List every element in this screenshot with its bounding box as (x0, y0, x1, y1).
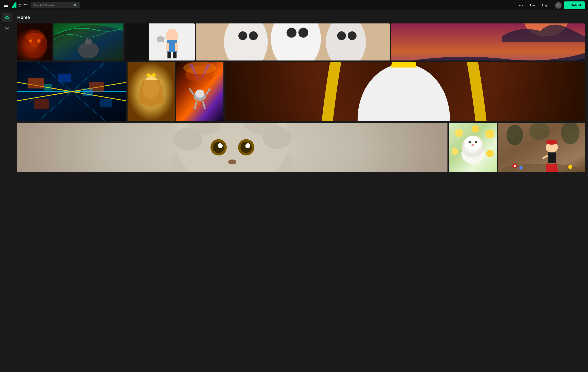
svg-point-93 (469, 141, 471, 143)
sidebar (0, 11, 14, 372)
svg-rect-44 (34, 99, 49, 109)
sidebar-item-watch[interactable] (2, 24, 11, 33)
avatar[interactable] (555, 2, 562, 9)
svg-point-23 (271, 23, 321, 61)
svg-rect-19 (173, 52, 177, 58)
avatar-icon (556, 3, 560, 7)
svg-point-30 (348, 31, 357, 40)
search-input[interactable] (33, 4, 72, 7)
svg-rect-17 (175, 43, 178, 51)
svg-point-7 (29, 39, 32, 43)
art-item-wolf[interactable] (53, 23, 124, 61)
gallery-row-3 (17, 123, 585, 172)
more-options-icon[interactable] (517, 4, 525, 7)
svg-point-108 (514, 165, 516, 167)
art-item-white-lion[interactable] (449, 123, 497, 172)
svg-point-82 (455, 129, 463, 137)
top-header: DEVIANT ART 🔍 Join Log In + Submit (0, 0, 588, 11)
gallery (17, 23, 585, 172)
svg-rect-16 (166, 43, 169, 51)
art-item-circuit[interactable] (17, 62, 126, 121)
deviantart-logo-icon (11, 2, 17, 8)
svg-point-79 (245, 143, 250, 148)
art-item-lion-girl[interactable] (127, 62, 175, 121)
svg-point-110 (519, 166, 523, 170)
svg-point-95 (471, 144, 474, 146)
svg-point-86 (486, 150, 494, 157)
svg-rect-18 (168, 52, 171, 58)
svg-point-27 (287, 28, 297, 38)
svg-point-97 (506, 125, 523, 145)
svg-point-80 (228, 159, 236, 164)
svg-point-24 (326, 23, 366, 61)
svg-point-25 (239, 31, 247, 40)
art-item-owls[interactable] (196, 23, 390, 61)
search-icon: 🔍 (74, 4, 77, 7)
svg-point-83 (472, 125, 479, 132)
gallery-row-2 (17, 62, 585, 121)
svg-rect-46 (83, 88, 94, 96)
svg-point-73 (262, 126, 292, 149)
svg-point-4 (5, 27, 6, 28)
svg-point-28 (298, 28, 308, 38)
logo-deviant-text: DEVIANT (19, 3, 28, 5)
svg-point-52 (183, 62, 216, 74)
sidebar-item-home[interactable] (2, 13, 11, 22)
hamburger-menu-icon[interactable] (3, 3, 9, 8)
svg-point-98 (561, 123, 579, 144)
logo[interactable]: DEVIANT ART (11, 2, 28, 8)
svg-point-84 (485, 129, 494, 138)
art-item-unicorn[interactable] (225, 62, 585, 121)
svg-point-109 (568, 165, 572, 169)
svg-point-29 (337, 31, 346, 40)
svg-rect-103 (548, 152, 556, 163)
art-item-coast[interactable] (391, 23, 585, 61)
svg-point-8 (37, 39, 41, 43)
page-title: Home (17, 15, 585, 20)
watch-icon (5, 26, 9, 31)
home-icon (5, 15, 9, 20)
svg-rect-12 (125, 23, 149, 61)
art-item-alice[interactable] (125, 23, 195, 61)
svg-point-3 (6, 28, 8, 29)
submit-button[interactable]: + Submit (564, 1, 585, 9)
art-item-dragon[interactable] (17, 23, 52, 61)
svg-rect-45 (44, 84, 52, 91)
svg-point-72 (173, 128, 202, 150)
svg-point-78 (218, 143, 223, 148)
gallery-row-1 (17, 23, 585, 61)
svg-point-85 (452, 148, 458, 155)
svg-point-54 (195, 89, 204, 98)
svg-rect-20 (157, 42, 165, 52)
art-item-fluffy[interactable] (17, 123, 448, 172)
svg-point-26 (249, 31, 258, 40)
svg-point-94 (475, 141, 477, 143)
svg-rect-41 (58, 74, 71, 82)
submit-label: Submit (571, 4, 581, 7)
main-content: Home (14, 11, 588, 372)
svg-point-102 (546, 140, 557, 145)
submit-plus-icon: + (568, 3, 570, 7)
login-button[interactable]: Log In (540, 2, 553, 8)
svg-rect-40 (28, 78, 44, 88)
svg-point-10 (78, 42, 99, 58)
svg-point-90 (465, 136, 481, 150)
search-bar[interactable]: 🔍 (31, 2, 80, 9)
join-button[interactable]: Join (527, 2, 537, 8)
logo-art-text: ART (19, 5, 28, 7)
svg-rect-43 (100, 99, 112, 107)
svg-point-22 (224, 23, 268, 61)
art-item-astronaut[interactable] (176, 62, 223, 121)
art-item-pokemon[interactable] (498, 123, 585, 172)
